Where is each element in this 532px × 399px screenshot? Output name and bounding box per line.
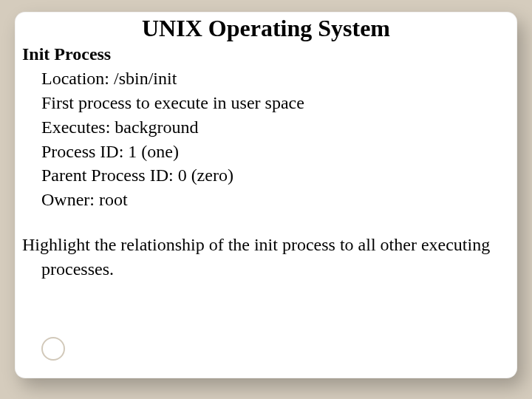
detail-executes: Executes: background (22, 115, 507, 140)
detail-pid: Process ID: 1 (one) (22, 140, 507, 164)
slide-content: Init Process Location: /sbin/init First … (15, 42, 517, 282)
paragraph-text: Highlight the relationship of the init p… (22, 233, 507, 282)
detail-ppid: Parent Process ID: 0 (zero) (22, 163, 507, 188)
paragraph: Highlight the relationship of the init p… (22, 233, 507, 282)
slide-title: UNIX Operating System (15, 15, 517, 42)
spacer (22, 212, 507, 233)
detail-first-process: First process to execute in user space (22, 91, 507, 115)
ring-icon (41, 337, 65, 361)
section-heading: Init Process (22, 42, 507, 66)
slide-card: UNIX Operating System Init Process Locat… (15, 12, 517, 378)
detail-owner: Owner: root (22, 188, 507, 212)
detail-location: Location: /sbin/init (22, 66, 507, 91)
